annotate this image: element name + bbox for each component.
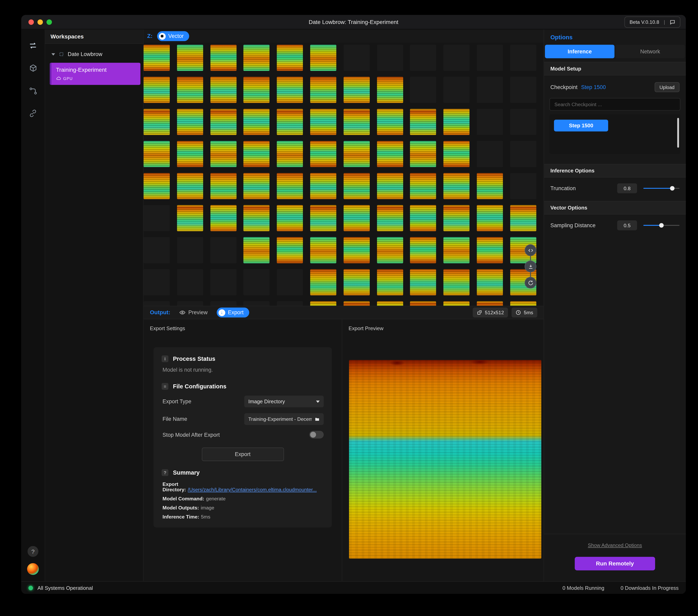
vector-button[interactable]: Vector <box>157 31 189 41</box>
experiment-item-selected[interactable]: Training-Experiment GPU <box>50 63 141 85</box>
sampling-distance-value[interactable]: 0.5 <box>617 220 637 230</box>
thumbnail-tile[interactable] <box>310 173 336 199</box>
checkpoint-value-link[interactable]: Step 1500 <box>581 84 606 90</box>
thumbnail-tile[interactable] <box>477 205 503 231</box>
run-remotely-button[interactable]: Run Remotely <box>575 557 655 570</box>
zoom-button[interactable] <box>46 19 52 25</box>
thumbnail-tile[interactable] <box>410 301 436 305</box>
thumbnail-tile[interactable] <box>310 301 336 305</box>
thumbnail-tile[interactable] <box>410 205 436 231</box>
slider-thumb[interactable] <box>670 186 674 191</box>
thumbnail-tile[interactable] <box>243 109 270 135</box>
thumbnail-tile[interactable] <box>243 173 270 199</box>
slider-thumb[interactable] <box>659 223 664 228</box>
chevron-down-icon[interactable] <box>52 53 55 55</box>
thumbnail-tile[interactable] <box>277 173 303 199</box>
thumbnail-tile[interactable] <box>177 45 203 71</box>
thumbnail-tile[interactable] <box>377 141 403 167</box>
download-button[interactable] <box>525 261 536 272</box>
thumbnail-tile[interactable] <box>177 141 203 167</box>
thumbnail-tile[interactable] <box>210 141 236 167</box>
thumbnail-tile[interactable] <box>310 77 336 103</box>
thumbnail-tile[interactable] <box>377 237 403 263</box>
checkpoint-list-scrollbar[interactable] <box>677 118 679 148</box>
thumbnail-tile[interactable] <box>310 269 336 295</box>
thumbnail-tile[interactable] <box>143 77 170 103</box>
thumbnail-tile[interactable] <box>210 77 236 103</box>
models-nav-button[interactable] <box>28 63 39 74</box>
thumbnail-tile[interactable] <box>310 205 336 231</box>
close-button[interactable] <box>28 19 34 25</box>
workspace-root-item[interactable]: Date Lowbrow <box>45 47 143 61</box>
thumbnail-tile[interactable] <box>177 173 203 199</box>
export-mode-button[interactable]: ↓ Export <box>217 307 249 317</box>
thumbnail-tile[interactable] <box>444 141 470 167</box>
thumbnail-tile[interactable] <box>377 109 403 135</box>
thumbnail-tile[interactable] <box>444 269 470 295</box>
thumbnail-tile[interactable] <box>344 237 370 263</box>
thumbnail-tile[interactable] <box>277 205 303 231</box>
file-name-input[interactable]: Training-Experiment - Decemb... <box>244 413 324 425</box>
user-avatar[interactable] <box>27 563 39 575</box>
sampling-distance-slider[interactable] <box>643 223 680 228</box>
link-nav-button[interactable] <box>28 108 39 119</box>
thumbnail-tile[interactable] <box>477 301 503 305</box>
thumbnail-tile[interactable] <box>143 109 170 135</box>
code-button[interactable] <box>525 244 536 256</box>
thumbnail-tile[interactable] <box>510 301 536 305</box>
thumbnail-tile[interactable] <box>444 301 470 305</box>
thumbnail-tile[interactable] <box>210 109 236 135</box>
thumbnail-tile[interactable] <box>243 77 270 103</box>
thumbnail-tile[interactable] <box>143 173 170 199</box>
thumbnail-tile[interactable] <box>444 205 470 231</box>
feedback-chat-icon[interactable] <box>670 19 675 25</box>
thumbnail-tile[interactable] <box>344 109 370 135</box>
thumbnail-tile[interactable] <box>410 237 436 263</box>
thumbnail-tile[interactable] <box>210 205 236 231</box>
thumbnail-tile[interactable] <box>410 269 436 295</box>
thumbnail-tile[interactable] <box>210 173 236 199</box>
thumbnail-tile[interactable] <box>277 77 303 103</box>
thumbnail-tile[interactable] <box>344 141 370 167</box>
help-button[interactable]: ? <box>28 546 39 557</box>
thumbnail-tile[interactable] <box>344 173 370 199</box>
thumbnail-tile[interactable] <box>310 141 336 167</box>
thumbnail-tile[interactable] <box>377 269 403 295</box>
truncation-slider[interactable] <box>643 186 680 191</box>
tab-inference[interactable]: Inference <box>545 45 614 58</box>
thumbnail-tile[interactable] <box>310 109 336 135</box>
thumbnail-tile[interactable] <box>277 109 303 135</box>
thumbnail-tile[interactable] <box>410 109 436 135</box>
thumbnail-tile[interactable] <box>344 269 370 295</box>
truncation-value[interactable]: 0.8 <box>617 183 637 193</box>
thumbnail-tile[interactable] <box>377 301 403 305</box>
thumbnail-tile[interactable] <box>310 237 336 263</box>
thumbnail-tile[interactable] <box>444 237 470 263</box>
thumbnail-tile[interactable] <box>510 205 536 231</box>
refresh-button[interactable] <box>525 277 536 288</box>
thumbnail-tile[interactable] <box>410 141 436 167</box>
thumbnail-tile[interactable] <box>477 269 503 295</box>
thumbnail-tile[interactable] <box>444 109 470 135</box>
transfer-nav-button[interactable] <box>28 40 39 51</box>
preview-toggle[interactable]: Preview <box>179 310 208 316</box>
thumbnail-tile[interactable] <box>243 205 270 231</box>
show-advanced-options-link[interactable]: Show Advanced Options <box>588 543 642 548</box>
thumbnail-tile[interactable] <box>243 45 270 71</box>
thumbnail-tile[interactable] <box>177 77 203 103</box>
thumbnail-tile[interactable] <box>344 205 370 231</box>
thumbnail-tile[interactable] <box>210 45 236 71</box>
export-type-dropdown[interactable]: Image Directory <box>244 396 324 407</box>
checkpoint-search-input[interactable] <box>549 98 680 111</box>
thumbnail-tile[interactable] <box>477 237 503 263</box>
pipeline-nav-button[interactable] <box>28 85 39 96</box>
export-action-button[interactable]: Export <box>201 448 284 461</box>
thumbnail-tile[interactable] <box>177 205 203 231</box>
thumbnail-tile[interactable] <box>377 77 403 103</box>
thumbnail-tile[interactable] <box>177 109 203 135</box>
thumbnail-tile[interactable] <box>377 173 403 199</box>
thumbnail-tile[interactable] <box>344 77 370 103</box>
thumbnail-tile[interactable] <box>410 173 436 199</box>
export-directory-link[interactable]: /Users/zach/Library/Containers/com.eltim… <box>188 487 317 492</box>
checkpoint-item[interactable]: Step 1500 <box>554 120 608 131</box>
